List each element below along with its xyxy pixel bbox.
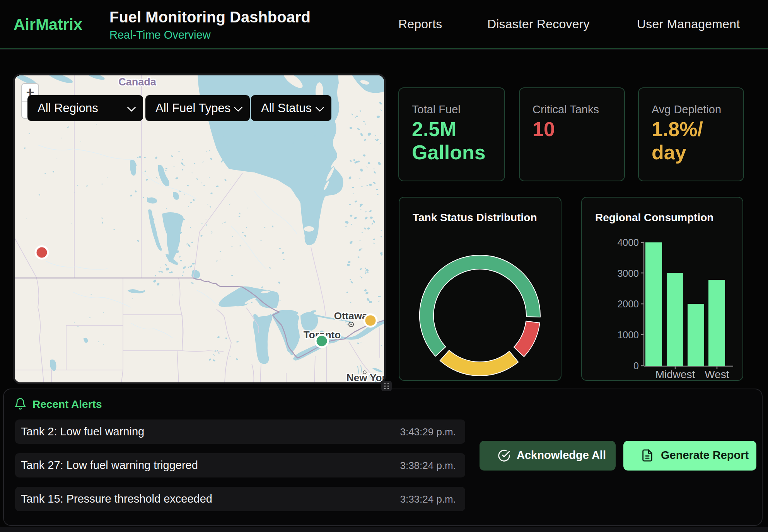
svg-text:Canada: Canada — [118, 76, 157, 88]
svg-text:0: 0 — [633, 360, 639, 371]
svg-text:3000: 3000 — [617, 268, 639, 279]
svg-text:4000: 4000 — [617, 237, 639, 248]
svg-text:1000: 1000 — [617, 329, 639, 340]
svg-text:Midwest: Midwest — [655, 368, 695, 380]
svg-text:West: West — [705, 368, 729, 380]
svg-text:Ottawa: Ottawa — [334, 310, 368, 322]
svg-text:2000: 2000 — [617, 298, 639, 309]
